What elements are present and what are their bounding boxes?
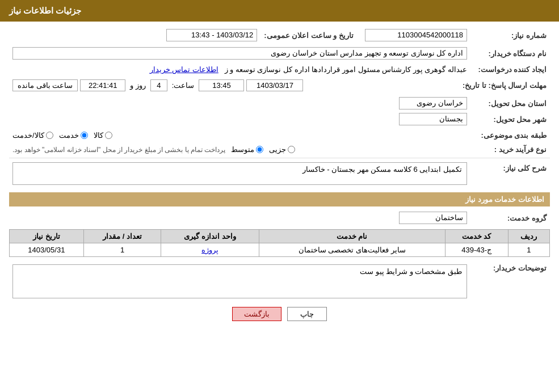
category-option-3: کالا/خدمت bbox=[12, 131, 53, 140]
general-desc-label: شرح کلی نیاز: bbox=[470, 161, 550, 187]
purchase-type-radio-1[interactable] bbox=[288, 146, 295, 153]
category-label: طبقه بندی موضوعی: bbox=[470, 129, 550, 141]
province-label: استان محل تحویل: bbox=[470, 95, 550, 111]
col-date: تاریخ نیاز bbox=[10, 230, 84, 243]
general-desc-table: شرح کلی نیاز: تکمیل ابتدایی 6 کلاسه مسکن… bbox=[9, 161, 550, 187]
category-option-1-label: کالا bbox=[94, 131, 103, 140]
category-radio-3[interactable] bbox=[46, 132, 53, 139]
purchase-type-label: نوع فرآیند خرید : bbox=[470, 144, 550, 155]
service-group-value: ساختمان bbox=[399, 212, 467, 224]
service-group-label: گروه خدمت: bbox=[470, 210, 550, 226]
province-value: خراسان رضوی bbox=[399, 97, 467, 109]
divider-1 bbox=[9, 158, 550, 158]
col-code: کد خدمت bbox=[445, 230, 508, 243]
purchase-type-radio-group: پرداخت تمام یا بخشی از مبلغ خریدار از مح… bbox=[12, 145, 467, 154]
category-option-3-label: کالا/خدمت bbox=[12, 131, 44, 140]
service-group-table: گروه خدمت: ساختمان bbox=[9, 210, 550, 226]
creator-info-table: ایجاد کننده درخواست: عبداله گوهری پور کا… bbox=[9, 64, 550, 75]
purchase-type-radio-2[interactable] bbox=[256, 146, 263, 153]
col-row: ردیف bbox=[508, 230, 549, 243]
cell-code: ج-43-439 bbox=[445, 243, 508, 257]
need-number-value: 1103004542000118 bbox=[365, 29, 467, 41]
province-info-table: استان محل تحویل: خراسان رضوی شهر محل تحو… bbox=[9, 95, 550, 127]
creator-value: عبداله گوهری پور کارشناس مسئول امور قرار… bbox=[225, 65, 467, 74]
deadline-days: 4 bbox=[150, 79, 167, 91]
deadline-time: 13:45 bbox=[199, 79, 244, 91]
category-table: طبقه بندی موضوعی: کالا/خدمت خدمت کالا bbox=[9, 129, 550, 141]
purchase-type-note: پرداخت تمام یا بخشی از مبلغ خریدار از مح… bbox=[12, 146, 225, 154]
cell-date: 1403/05/31 bbox=[10, 243, 84, 257]
need-number-label: شماره نیاز: bbox=[470, 27, 550, 43]
category-radio-group: کالا/خدمت خدمت کالا bbox=[12, 131, 467, 140]
purchase-type-option-1-label: جزیی bbox=[269, 145, 286, 154]
cell-name: سایر فعالیت‌های تخصصی ساختمان bbox=[259, 243, 445, 257]
page-title: جزئیات اطلاعات نیاز bbox=[9, 6, 81, 15]
buyer-notes-table: توضیحات خریدار: طبق مشخصات و شرایط پیو س… bbox=[9, 260, 550, 300]
buyer-org-value: اداره کل نوسازی توسعه و تجهیز مدارس استا… bbox=[12, 47, 467, 60]
col-name: نام خدمت bbox=[259, 230, 445, 243]
buyer-notes-label: توضیحات خریدار: bbox=[470, 260, 550, 300]
buyer-org-label: نام دستگاه خریدار: bbox=[470, 45, 550, 61]
category-option-2-label: خدمت bbox=[59, 131, 79, 140]
creator-link[interactable]: اطلاعات تماس خریدار bbox=[150, 65, 218, 74]
city-value: بجستان bbox=[399, 113, 467, 125]
unit-link[interactable]: پروژه bbox=[201, 246, 218, 254]
cell-qty: 1 bbox=[83, 243, 161, 257]
page-wrapper: جزئیات اطلاعات نیاز شماره نیاز: 11030045… bbox=[0, 0, 559, 392]
time-label: ساعت: bbox=[172, 81, 195, 90]
services-section-title: اطلاعات خدمات مورد نیاز bbox=[9, 192, 550, 206]
basic-info-table: شماره نیاز: 1103004542000118 تاریخ و ساع… bbox=[9, 27, 550, 43]
city-label: شهر محل تحویل: bbox=[470, 111, 550, 127]
category-radio-2[interactable] bbox=[81, 132, 88, 139]
deadline-countdown: 22:41:41 bbox=[80, 79, 125, 91]
announce-label: تاریخ و ساعت اعلان عمومی: bbox=[260, 27, 357, 43]
category-option-1: کالا bbox=[94, 131, 112, 140]
deadline-date: 1403/03/17 bbox=[246, 79, 303, 91]
purchase-type-option-2-label: متوسط bbox=[231, 145, 254, 154]
cell-row: 1 bbox=[508, 243, 549, 257]
category-option-2: خدمت bbox=[59, 131, 88, 140]
main-content: شماره نیاز: 1103004542000118 تاریخ و ساع… bbox=[0, 22, 559, 334]
category-radio-1[interactable] bbox=[105, 132, 112, 139]
purchase-type-table: نوع فرآیند خرید : پرداخت تمام یا بخشی از… bbox=[9, 144, 550, 155]
col-qty: تعداد / مقدار bbox=[83, 230, 161, 243]
table-row: 1ج-43-439سایر فعالیت‌های تخصصی ساختمانپر… bbox=[10, 243, 550, 257]
org-info-table: نام دستگاه خریدار: اداره کل نوسازی توسعه… bbox=[9, 45, 550, 61]
col-unit: واحد اندازه گیری bbox=[161, 230, 259, 243]
action-buttons: چاپ بازگشت bbox=[9, 307, 550, 321]
print-button[interactable]: چاپ bbox=[287, 307, 327, 321]
deadline-row: ساعت باقی مانده 22:41:41 روز و 4 ساعت: 1… bbox=[12, 79, 456, 91]
services-table: ردیف کد خدمت نام خدمت واحد اندازه گیری ت… bbox=[9, 229, 550, 257]
cell-unit: پروژه bbox=[161, 243, 259, 257]
deadline-label: مهلت ارسال پاسخ: تا تاریخ: bbox=[459, 78, 550, 93]
page-header: جزئیات اطلاعات نیاز bbox=[0, 0, 559, 22]
days-label: روز و bbox=[130, 81, 146, 90]
creator-label: ایجاد کننده درخواست: bbox=[470, 64, 550, 75]
purchase-type-option-1: جزیی bbox=[269, 145, 295, 154]
back-button[interactable]: بازگشت bbox=[232, 307, 281, 321]
announce-value: 1403/03/12 - 13:43 bbox=[166, 29, 257, 41]
buyer-notes-value: طبق مشخصات و شرایط پیو ست bbox=[12, 264, 467, 298]
purchase-type-option-2: متوسط bbox=[231, 145, 263, 154]
deadline-info-table: مهلت ارسال پاسخ: تا تاریخ: ساعت باقی مان… bbox=[9, 78, 550, 93]
deadline-remaining: ساعت باقی مانده bbox=[12, 79, 78, 91]
general-desc-value: تکمیل ابتدایی 6 کلاسه مسکن مهر بجستان - … bbox=[12, 162, 467, 185]
